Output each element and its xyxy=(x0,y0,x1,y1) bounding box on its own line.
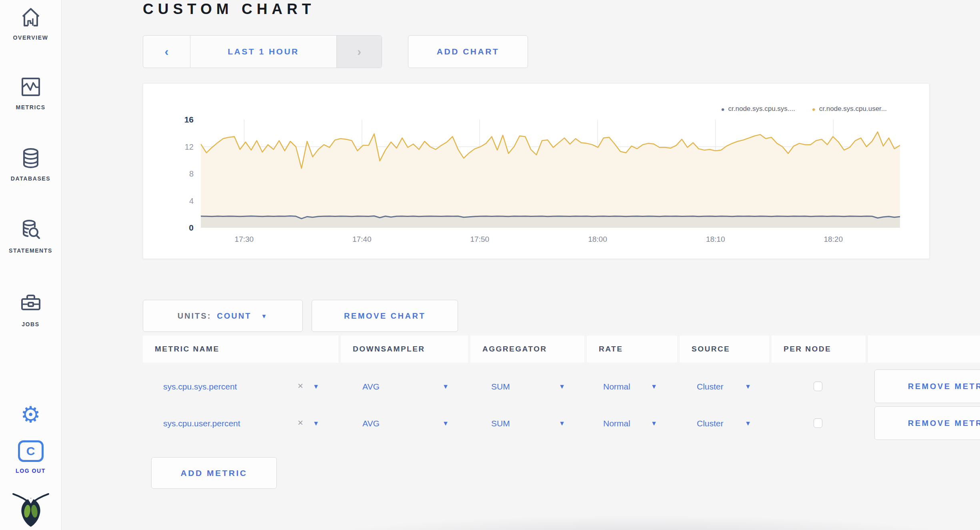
sidebar-item-jobs[interactable]: JOBS xyxy=(0,292,61,327)
time-range-label: LAST 1 HOUR xyxy=(228,47,299,56)
chevron-right-icon: › xyxy=(357,46,361,58)
y-tick-label: 16 xyxy=(170,115,194,124)
sidebar-item-label: JOBS xyxy=(0,321,61,327)
aggregator-select[interactable]: SUM xyxy=(491,382,510,391)
metric-caret-icon[interactable]: ▼ xyxy=(313,420,319,427)
gear-icon: ⚙ xyxy=(20,402,40,427)
remove-chart-button[interactable]: REMOVE CHART xyxy=(312,300,458,332)
time-range-dropdown[interactable]: LAST 1 HOUR xyxy=(190,36,336,68)
x-tick-label: 17:30 xyxy=(235,235,254,244)
source-caret-icon[interactable]: ▼ xyxy=(745,420,751,427)
aggregator-caret-icon[interactable]: ▼ xyxy=(559,420,565,427)
col-header-rate: RATE xyxy=(587,335,677,363)
col-header-actions xyxy=(868,335,980,363)
home-chart-icon xyxy=(19,6,42,29)
legend-label: cr.node.sys.cpu.user... xyxy=(819,105,887,113)
remove-metric-button[interactable]: REMOVE METRIC xyxy=(874,406,980,440)
bottom-scroll-shadow xyxy=(254,516,980,530)
sidebar-item-databases[interactable]: DATABASES xyxy=(0,147,61,182)
graph-icon xyxy=(19,75,42,98)
sidebar-item-overview[interactable]: OVERVIEW xyxy=(0,6,61,41)
sidebar-item-label: OVERVIEW xyxy=(0,34,61,41)
rate-select[interactable]: Normal xyxy=(603,382,630,391)
settings-button[interactable]: ⚙ xyxy=(0,404,61,426)
sidebar-item-label: METRICS xyxy=(0,104,61,110)
logout-label: LOG OUT xyxy=(0,468,61,474)
col-header-downsampler: DOWNSAMPLER xyxy=(341,335,468,363)
main-content: CUSTOM CHART ‹ LAST 1 HOUR › ADD CHART ●… xyxy=(62,0,980,530)
source-select[interactable]: Cluster xyxy=(697,382,724,391)
y-tick-label: 8 xyxy=(170,169,194,179)
cockroach-bug-icon xyxy=(12,492,50,528)
legend-dot-icon: ● xyxy=(812,106,816,112)
legend-dot-icon: ● xyxy=(721,106,724,112)
sidebar-item-label: STATEMENTS xyxy=(0,247,61,254)
rate-select[interactable]: Normal xyxy=(603,419,630,428)
clear-metric-icon[interactable]: × xyxy=(298,417,303,428)
y-tick-label: 12 xyxy=(170,142,194,151)
time-range-prev-button[interactable]: ‹ xyxy=(143,36,190,68)
x-tick-label: 17:50 xyxy=(470,235,489,244)
logout-button[interactable]: C LOG OUT xyxy=(0,440,61,474)
y-tick-label: 0 xyxy=(170,223,194,233)
source-caret-icon[interactable]: ▼ xyxy=(745,383,751,390)
chevron-left-icon: ‹ xyxy=(165,46,169,58)
units-dropdown[interactable]: UNITS: COUNT ▼ xyxy=(143,300,303,332)
legend-item-user[interactable]: ● cr.node.sys.cpu.user... xyxy=(812,105,887,113)
database-search-icon xyxy=(19,219,42,242)
sidebar-item-label: DATABASES xyxy=(0,175,61,182)
database-icon xyxy=(19,147,42,170)
clear-metric-icon[interactable]: × xyxy=(298,380,303,391)
rate-caret-icon[interactable]: ▼ xyxy=(651,420,657,427)
page-title: CUSTOM CHART xyxy=(143,1,315,18)
time-range-next-button[interactable]: › xyxy=(336,36,382,68)
time-range-control: ‹ LAST 1 HOUR › xyxy=(143,35,382,68)
aggregator-caret-icon[interactable]: ▼ xyxy=(559,383,565,390)
per-node-checkbox[interactable] xyxy=(814,381,822,391)
x-tick-label: 17:40 xyxy=(352,235,372,244)
cockroach-c-logo-icon: C xyxy=(18,440,44,462)
downsampler-caret-icon[interactable]: ▼ xyxy=(442,420,449,427)
source-select[interactable]: Cluster xyxy=(697,419,724,428)
cockroach-bug-logo xyxy=(0,492,61,528)
rate-caret-icon[interactable]: ▼ xyxy=(651,383,657,390)
downsampler-select[interactable]: AVG xyxy=(362,382,380,391)
metric-name-select[interactable]: sys.cpu.user.percent xyxy=(163,419,240,428)
aggregator-select[interactable]: SUM xyxy=(491,419,510,428)
legend-item-sys[interactable]: ● cr.node.sys.cpu.sys.... xyxy=(721,105,795,113)
briefcase-icon xyxy=(19,292,42,315)
add-metric-button[interactable]: ADD METRIC xyxy=(151,457,277,489)
sidebar-item-metrics[interactable]: METRICS xyxy=(0,75,61,110)
col-header-metric-name: METRIC NAME xyxy=(143,335,338,363)
x-tick-label: 18:20 xyxy=(824,235,843,244)
chevron-down-icon: ▼ xyxy=(261,313,268,319)
x-tick-label: 18:00 xyxy=(588,235,607,244)
legend-label: cr.node.sys.cpu.sys.... xyxy=(728,105,795,113)
chart-legend: ● cr.node.sys.cpu.sys.... ● cr.node.sys.… xyxy=(721,105,887,113)
x-tick-label: 18:10 xyxy=(706,235,725,244)
cpu-time-series-chart xyxy=(201,120,900,228)
y-tick-label: 4 xyxy=(170,196,194,205)
per-node-checkbox[interactable] xyxy=(814,418,822,428)
chart-card: ● cr.node.sys.cpu.sys.... ● cr.node.sys.… xyxy=(143,83,930,259)
metric-name-select[interactable]: sys.cpu.sys.percent xyxy=(163,382,237,391)
add-chart-button[interactable]: ADD CHART xyxy=(408,35,528,68)
sidebar-item-statements[interactable]: STATEMENTS xyxy=(0,219,61,254)
col-header-per-node: PER NODE xyxy=(772,335,866,363)
downsampler-select[interactable]: AVG xyxy=(362,419,380,428)
remove-metric-button[interactable]: REMOVE METRIC xyxy=(874,369,980,403)
metric-caret-icon[interactable]: ▼ xyxy=(313,383,319,390)
downsampler-caret-icon[interactable]: ▼ xyxy=(442,383,449,390)
col-header-source: SOURCE xyxy=(680,335,769,363)
sidebar: OVERVIEW METRICS DATABASES xyxy=(0,0,62,530)
col-header-aggregator: AGGREGATOR xyxy=(470,335,584,363)
